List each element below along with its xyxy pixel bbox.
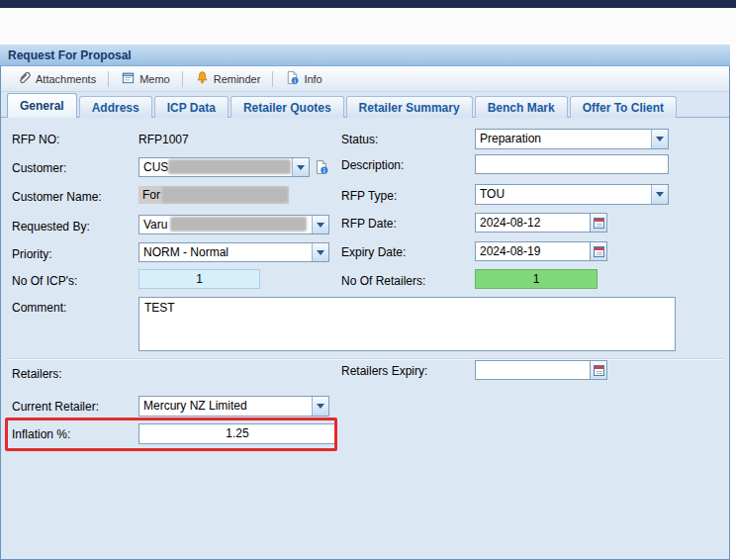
tab-icp-data[interactable]: ICP Data	[154, 96, 229, 118]
chevron-down-icon	[297, 165, 305, 170]
attachments-button[interactable]: Attachments	[11, 68, 102, 89]
toolbar: Attachments Memo Reminder Info	[1, 66, 729, 92]
requested-by-dropdown-button[interactable]	[312, 216, 328, 233]
status-label: Status:	[341, 133, 378, 146]
chevron-down-icon	[656, 192, 664, 197]
tab-bench-mark[interactable]: Bench Mark	[475, 96, 568, 118]
tab-general[interactable]: General	[7, 93, 77, 118]
no-of-icps-label: No Of ICP's:	[12, 274, 77, 288]
expiry-date-picker-button[interactable]	[591, 241, 607, 261]
current-retailer-combobox[interactable]: Mercury NZ Limited	[138, 396, 329, 417]
priority-label: Priority:	[12, 247, 52, 261]
rfp-type-combobox[interactable]: TOU	[475, 184, 669, 205]
app-screen: Request For Proposal Attachments Memo Re…	[0, 0, 736, 560]
customer-name-redaction	[162, 187, 288, 203]
tab-retailer-quotes[interactable]: Retailer Quotes	[230, 96, 344, 118]
section-divider	[6, 358, 724, 359]
retailers-expiry-picker-button[interactable]	[591, 360, 607, 380]
customer-name-label: Customer Name:	[12, 190, 102, 204]
top-navy-bar	[0, 0, 736, 8]
toolbar-separator	[182, 71, 183, 87]
status-combobox[interactable]: Preparation	[475, 129, 669, 149]
current-retailer-value: Mercury NZ Limited	[139, 397, 312, 416]
customer-lookup-button[interactable]	[313, 157, 330, 176]
current-retailer-dropdown-button[interactable]	[312, 397, 328, 416]
retailers-expiry-input[interactable]	[475, 360, 591, 380]
info-document-icon	[285, 70, 300, 87]
chevron-down-icon	[656, 137, 664, 141]
no-of-icps-field: 1	[138, 269, 260, 289]
description-label: Description:	[341, 158, 404, 172]
document-info-icon	[314, 159, 329, 175]
status-dropdown-button[interactable]	[651, 130, 668, 148]
status-value: Preparation	[476, 130, 651, 148]
rfp-type-value: TOU	[476, 185, 651, 204]
retailers-label: Retailers:	[12, 367, 62, 381]
attachments-label: Attachments	[36, 73, 96, 85]
inflation-label: Inflation %:	[12, 427, 70, 441]
chevron-down-icon	[317, 404, 324, 409]
toolbar-separator	[272, 71, 273, 87]
chevron-down-icon	[317, 250, 324, 255]
window-title: Request For Proposal	[0, 45, 730, 66]
customer-redaction	[168, 159, 291, 174]
toolbar-separator	[108, 71, 109, 87]
memo-button[interactable]: Memo	[115, 68, 176, 89]
info-button[interactable]: Info	[279, 68, 327, 89]
rfp-date-input[interactable]: 2024-08-12	[475, 213, 591, 233]
bell-icon	[195, 70, 210, 87]
priority-value: NORM - Normal	[139, 243, 312, 261]
memo-icon	[121, 70, 136, 87]
no-of-retailers-label: No Of Retailers:	[341, 274, 425, 288]
comment-label: Comment:	[12, 301, 66, 315]
reminder-label: Reminder	[214, 73, 261, 85]
description-input[interactable]	[475, 154, 669, 174]
top-background	[0, 8, 736, 45]
reminder-button[interactable]: Reminder	[189, 68, 267, 89]
expiry-date-label: Expiry Date:	[341, 245, 406, 259]
tab-retailer-summary[interactable]: Retailer Summary	[346, 96, 473, 118]
rfp-date-picker-button[interactable]	[591, 213, 607, 233]
paperclip-icon	[17, 70, 32, 87]
priority-dropdown-button[interactable]	[312, 243, 328, 261]
priority-combobox[interactable]: NORM - Normal	[138, 242, 329, 262]
rfp-no-value: RFP1007	[138, 133, 189, 146]
current-retailer-label: Current Retailer:	[12, 400, 99, 414]
rfp-no-label: RFP NO:	[12, 133, 59, 146]
calendar-icon	[594, 218, 604, 229]
rfp-type-dropdown-button[interactable]	[651, 185, 668, 204]
requested-by-redaction	[170, 217, 307, 232]
requested-by-label: Requested By:	[12, 220, 90, 233]
chevron-down-icon	[317, 223, 324, 228]
comment-textarea[interactable]: TEST	[138, 297, 676, 351]
right-margin	[730, 45, 736, 560]
tabstrip: General Address ICP Data Retailer Quotes…	[1, 92, 729, 118]
calendar-icon	[594, 246, 604, 257]
info-label: Info	[304, 73, 322, 85]
no-of-retailers-field: 1	[475, 269, 598, 289]
memo-label: Memo	[139, 73, 170, 85]
rfp-date-label: RFP Date:	[341, 217, 397, 231]
tab-address[interactable]: Address	[79, 96, 152, 118]
inflation-input[interactable]: 1.25	[138, 423, 336, 444]
tab-offer-to-client[interactable]: Offer To Client	[570, 96, 677, 118]
customer-label: Customer:	[12, 161, 66, 175]
calendar-icon	[594, 365, 604, 376]
customer-dropdown-button[interactable]	[292, 158, 309, 176]
expiry-date-input[interactable]: 2024-08-19	[475, 241, 591, 261]
retailers-expiry-label: Retailers Expiry:	[341, 364, 427, 378]
rfp-type-label: RFP Type:	[341, 189, 397, 203]
